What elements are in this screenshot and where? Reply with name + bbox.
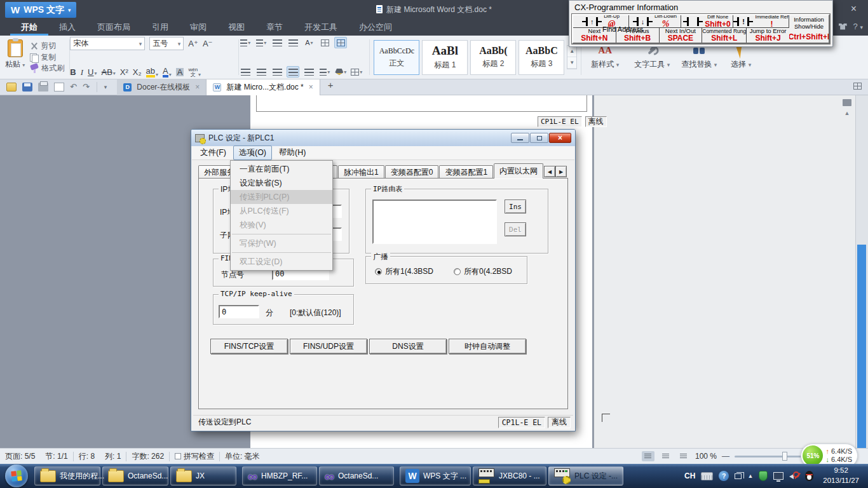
tab-scroll-left-icon[interactable]: ◀ [544, 166, 555, 177]
increase-indent-button[interactable] [287, 37, 299, 48]
menu-file[interactable]: 文件(F) [194, 146, 232, 160]
tab-pulse-output1[interactable]: 脉冲输出1 [338, 165, 384, 179]
scrollbar-thumb[interactable] [857, 245, 866, 448]
window-tray-icon[interactable] [735, 473, 742, 479]
redo-icon[interactable]: ↷ [83, 83, 90, 92]
ribbon-tab-office-space[interactable]: 办公空间 [348, 19, 403, 36]
dialog-minimize-button[interactable] [511, 133, 529, 143]
ip-route-listbox[interactable] [372, 200, 497, 244]
del-button[interactable]: Del [505, 222, 526, 236]
ins-button[interactable]: Ins [505, 200, 526, 214]
find-previous-cell[interactable]: Previous Shift+B [616, 28, 660, 43]
menu-help[interactable]: 帮助(H) [273, 146, 311, 160]
information-show-hide-cell[interactable]: Information Show/Hide Ctrl+Shift+I [789, 15, 829, 43]
doc-tab-current[interactable]: W 新建 Micro...文档.doc * × [207, 79, 320, 95]
skin-icon[interactable] [839, 24, 847, 30]
diff-down-cell[interactable]: ↓ Diff-Down % [629, 15, 681, 28]
style-normal[interactable]: AaBbCcDc 正文 [374, 40, 419, 75]
find-next-cell[interactable]: Next Shift+N [573, 28, 616, 43]
zoom-out-icon[interactable]: — [722, 452, 729, 461]
bullets-button[interactable]: ▾ [239, 37, 252, 48]
panel-up-icon[interactable]: ▲ [844, 110, 850, 116]
print-icon[interactable] [38, 83, 48, 92]
menu-item-write-protect[interactable]: 写保护(W) [231, 236, 332, 250]
zoom-level[interactable]: 100 % [695, 452, 717, 461]
close-tab-icon[interactable]: × [195, 83, 200, 92]
qq-icon[interactable] [805, 471, 813, 481]
styles-scroll-up[interactable]: ▲ [567, 46, 576, 57]
taskbar-folder-1[interactable]: 我使用的程... [34, 466, 100, 485]
close-tab-icon[interactable]: × [309, 83, 313, 92]
show-hidden-icons[interactable]: ▲ [747, 473, 753, 479]
qat-dropdown-icon[interactable]: ▾ [104, 83, 107, 92]
broadcast-all1-radio[interactable]: 所有1(4.3BSD [375, 266, 433, 277]
styles-scroll-down[interactable]: ▼ [567, 57, 576, 69]
font-size-select[interactable]: 五号▾ [149, 37, 184, 50]
jump-to-error-cell[interactable]: Jump to Error Shift+J [747, 28, 789, 43]
open-icon[interactable] [6, 83, 17, 92]
window-close-button[interactable]: × [847, 0, 860, 19]
text-scale-button[interactable]: A▾ [302, 37, 315, 48]
taskbar-vs-1[interactable]: ∞ HMBZP_RF... [242, 466, 317, 485]
network-icon[interactable] [773, 472, 783, 480]
view-mode-page-icon[interactable] [642, 451, 654, 461]
tab-scroll-right-icon[interactable]: ▶ [555, 166, 567, 177]
menu-item-verify[interactable]: 校验(V) [231, 218, 332, 232]
numbering-button[interactable]: ▾ [255, 37, 268, 48]
broadcast-all0-radio[interactable]: 所有0(4.2BSD [454, 266, 512, 277]
highlight-button[interactable]: ab▾ [146, 67, 158, 78]
char-shading-button[interactable]: A [176, 68, 184, 76]
menu-item-transfer-from-plc[interactable]: 从PLC传送(F) [231, 204, 332, 218]
superscript-button[interactable]: X² [120, 68, 128, 76]
taskbar-plc-settings[interactable]: PLC 设定 -... [548, 466, 623, 485]
keyboard-icon[interactable] [701, 472, 713, 480]
diff-none-cell[interactable]: Diff None Shift+0 [681, 15, 733, 28]
background-scrollbar[interactable] [855, 94, 868, 448]
tab-inverter-config0[interactable]: 变频器配置0 [385, 165, 439, 179]
table-button[interactable] [318, 37, 331, 48]
ribbon-tab-review[interactable]: 审阅 [179, 19, 217, 36]
volume-muted-icon[interactable] [789, 471, 799, 480]
fins-tcp-settings-button[interactable]: FINS/TCP设置 [210, 339, 288, 354]
diff-up-cell[interactable]: ↑ Diff-Up @ [573, 15, 629, 28]
align-center-button[interactable] [255, 66, 268, 78]
immediate-ref-cell[interactable]: ! Immediate Ref ! [733, 15, 789, 28]
help-tray-icon[interactable]: ? [719, 471, 729, 481]
save-icon[interactable] [22, 83, 32, 92]
fins-udp-settings-button[interactable]: FINS/UDP设置 [290, 339, 367, 354]
ribbon-tab-home[interactable]: 开始 [10, 19, 48, 36]
word-count[interactable]: 字数: 262 [126, 451, 169, 462]
distribute-button[interactable] [302, 66, 315, 78]
decrease-indent-button[interactable] [271, 37, 283, 48]
menu-item-duplex-settings[interactable]: 双工设定(D) [231, 255, 332, 269]
ribbon-tab-view[interactable]: 视图 [217, 19, 255, 36]
dialog-maximize-button[interactable] [530, 133, 548, 143]
ribbon-tab-section[interactable]: 章节 [255, 19, 294, 36]
next-in-out-cell[interactable]: Next In/Out SPACE [660, 28, 703, 43]
zoom-slider[interactable] [735, 456, 804, 458]
view-mode-outline-icon[interactable] [660, 451, 672, 461]
taskbar-vs-2[interactable]: ∞ OctaneSd... [319, 466, 394, 485]
taskbar-jxbc80[interactable]: JXBC80 - ... [473, 466, 546, 485]
menu-item-transfer-to-plc[interactable]: 传送到PLC(P) [231, 190, 332, 204]
ribbon-tab-page-layout[interactable]: 页面布局 [86, 19, 141, 36]
dns-settings-button[interactable]: DNS设置 [369, 339, 447, 354]
borders-button[interactable]: ▾ [350, 66, 363, 78]
pinyin-guide-button[interactable]: wén文 ▾ [188, 67, 201, 78]
style-heading2[interactable]: AaBb( 标题 2 [470, 40, 516, 75]
panel-picture-icon[interactable] [843, 99, 851, 106]
menu-item-always-on-top[interactable]: 一直在前面(T) [231, 162, 332, 176]
strikethrough-button[interactable]: AB▾ [102, 68, 116, 76]
language-indicator[interactable]: CH [684, 471, 695, 480]
menu-options[interactable]: 选项(O) [233, 146, 272, 160]
style-heading3[interactable]: AaBbC 标题 3 [519, 40, 564, 75]
view-mode-web-icon[interactable] [677, 451, 690, 461]
font-color-button[interactable]: A▾ [163, 67, 172, 78]
align-left-button[interactable] [239, 66, 252, 78]
grow-font-button[interactable]: A⁺ [188, 39, 198, 48]
font-name-select[interactable]: 宋体▾ [70, 37, 145, 50]
show-marks-button[interactable] [334, 37, 347, 48]
auto-clock-adjust-button[interactable]: 时钟自动调整 [449, 339, 526, 354]
undo-icon[interactable]: ↶ [70, 83, 77, 92]
bold-button[interactable]: B [70, 68, 76, 76]
